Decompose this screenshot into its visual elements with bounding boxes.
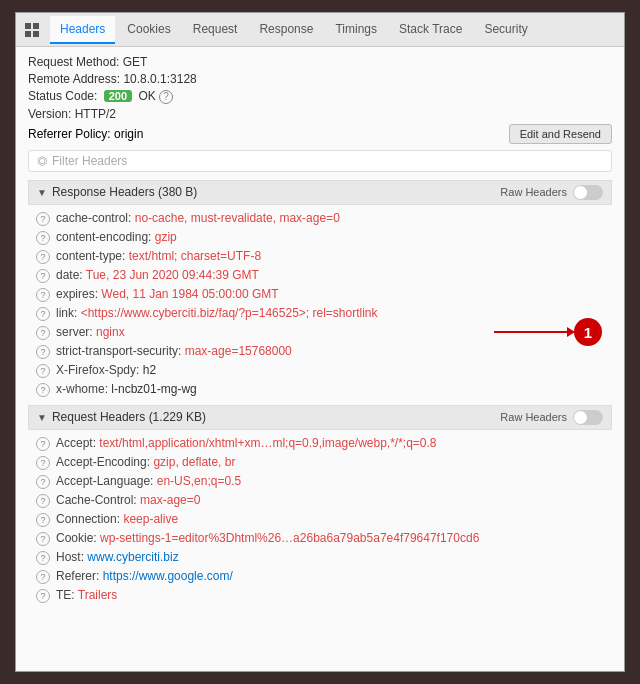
header-name: link: — [56, 306, 81, 320]
referrer-row: Referrer Policy: origin Edit and Resend — [28, 124, 612, 144]
section-header-left: ▼ Request Headers (1.229 KB) — [37, 410, 206, 424]
request-header-item: ?Host: www.cyberciti.biz — [28, 548, 612, 567]
tab-bar: Headers Cookies Request Response Timings… — [16, 13, 624, 47]
request-header-item: ?Connection: keep-alive — [28, 510, 612, 529]
header-value: h2 — [143, 363, 156, 377]
status-help-icon[interactable]: ? — [159, 90, 173, 104]
help-icon[interactable]: ? — [36, 570, 50, 584]
header-value: <https://www.cyberciti.biz/faq/?p=146525… — [81, 306, 378, 320]
status-text: OK — [138, 89, 155, 103]
filter-bar[interactable]: ⏣ Filter Headers — [28, 150, 612, 172]
raw-headers-toggle[interactable] — [573, 185, 603, 200]
request-method-label: Request Method: — [28, 55, 119, 69]
help-icon[interactable]: ? — [36, 345, 50, 359]
version-value: HTTP/2 — [75, 107, 116, 121]
header-name: Cache-Control: — [56, 493, 140, 507]
devtools-panel: Headers Cookies Request Response Timings… — [15, 12, 625, 672]
header-name: Cookie: — [56, 531, 100, 545]
response-header-item: ?date: Tue, 23 Jun 2020 09:44:39 GMT — [28, 266, 612, 285]
header-value: max-age=15768000 — [185, 344, 292, 358]
header-value: Wed, 11 Jan 1984 05:00:00 GMT — [101, 287, 278, 301]
header-value: nginx — [96, 325, 125, 339]
help-icon[interactable]: ? — [36, 269, 50, 283]
header-name: x-whome: — [56, 382, 111, 396]
help-icon[interactable]: ? — [36, 513, 50, 527]
help-icon[interactable]: ? — [36, 212, 50, 226]
header-value: Tue, 23 Jun 2020 09:44:39 GMT — [86, 268, 259, 282]
header-value: gzip — [155, 230, 177, 244]
remote-address-value: 10.8.0.1:3128 — [123, 72, 196, 86]
response-headers-section-header[interactable]: ▼ Response Headers (380 B) Raw Headers — [28, 180, 612, 205]
help-icon[interactable]: ? — [36, 288, 50, 302]
help-icon[interactable]: ? — [36, 551, 50, 565]
svg-rect-1 — [33, 23, 39, 29]
help-icon[interactable]: ? — [36, 364, 50, 378]
help-icon[interactable]: ? — [36, 326, 50, 340]
tab-timings[interactable]: Timings — [325, 16, 387, 44]
help-icon[interactable]: ? — [36, 475, 50, 489]
help-icon[interactable]: ? — [36, 456, 50, 470]
request-header-item: ?Accept: text/html,application/xhtml+xm…… — [28, 434, 612, 453]
help-icon[interactable]: ? — [36, 231, 50, 245]
remote-address-row: Remote Address: 10.8.0.1:3128 — [28, 72, 612, 86]
request-method-value: GET — [123, 55, 148, 69]
header-value: no-cache, must-revalidate, max-age=0 — [135, 211, 340, 225]
referrer-info: Referrer Policy: origin — [28, 127, 143, 141]
help-icon[interactable]: ? — [36, 307, 50, 321]
raw-headers-toggle[interactable] — [573, 410, 603, 425]
tab-stacktrace[interactable]: Stack Trace — [389, 16, 472, 44]
section-header-right: Raw Headers — [500, 410, 603, 425]
response-header-item: ?content-encoding: gzip — [28, 228, 612, 247]
edit-resend-button[interactable]: Edit and Resend — [509, 124, 612, 144]
response-header-item: ?strict-transport-security: max-age=1576… — [28, 342, 612, 361]
response-header-item: ?content-type: text/html; charset=UTF-8 — [28, 247, 612, 266]
filter-icon: ⏣ — [37, 154, 47, 168]
request-headers-title: Request Headers (1.229 KB) — [52, 410, 206, 424]
response-headers-list: ?cache-control: no-cache, must-revalidat… — [28, 209, 612, 399]
header-value: gzip, deflate, br — [153, 455, 235, 469]
raw-headers-label: Raw Headers — [500, 411, 567, 423]
referrer-value: origin — [114, 127, 143, 141]
header-name: Accept-Encoding: — [56, 455, 153, 469]
version-row: Version: HTTP/2 — [28, 107, 612, 121]
status-badge: 200 — [104, 90, 132, 102]
header-value: text/html; charset=UTF-8 — [129, 249, 261, 263]
header-name: strict-transport-security: — [56, 344, 185, 358]
help-icon[interactable]: ? — [36, 589, 50, 603]
tab-request[interactable]: Request — [183, 16, 248, 44]
header-name: content-type: — [56, 249, 129, 263]
header-name: expires: — [56, 287, 101, 301]
request-header-item: ?Referer: https://www.google.com/ — [28, 567, 612, 586]
annotation-arrow — [494, 331, 574, 333]
tab-response[interactable]: Response — [249, 16, 323, 44]
svg-rect-2 — [25, 31, 31, 37]
request-method-row: Request Method: GET — [28, 55, 612, 69]
header-value: en-US,en;q=0.5 — [157, 474, 241, 488]
header-name: X-Firefox-Spdy: — [56, 363, 143, 377]
tab-headers[interactable]: Headers — [50, 16, 115, 44]
header-value: Trailers — [78, 588, 118, 602]
remote-address-label: Remote Address: — [28, 72, 120, 86]
tab-security[interactable]: Security — [474, 16, 537, 44]
header-value: text/html,application/xhtml+xm…ml;q=0.9,… — [99, 436, 436, 450]
content-area: Request Method: GET Remote Address: 10.8… — [16, 47, 624, 671]
header-value: www.cyberciti.biz — [87, 550, 178, 564]
help-icon[interactable]: ? — [36, 250, 50, 264]
help-icon[interactable]: ? — [36, 437, 50, 451]
panel-icon — [20, 18, 44, 42]
tab-cookies[interactable]: Cookies — [117, 16, 180, 44]
request-header-item: ?Accept-Language: en-US,en;q=0.5 — [28, 472, 612, 491]
help-icon[interactable]: ? — [36, 494, 50, 508]
request-headers-section-header[interactable]: ▼ Request Headers (1.229 KB) Raw Headers — [28, 405, 612, 430]
header-name: Accept: — [56, 436, 99, 450]
version-label: Version: — [28, 107, 71, 121]
help-icon[interactable]: ? — [36, 532, 50, 546]
response-header-item: ?expires: Wed, 11 Jan 1984 05:00:00 GMT — [28, 285, 612, 304]
help-icon[interactable]: ? — [36, 383, 50, 397]
response-header-item: ?x-whome: l-ncbz01-mg-wg — [28, 380, 612, 399]
header-value: https://www.google.com/ — [103, 569, 233, 583]
response-header-item: ?link: <https://www.cyberciti.biz/faq/?p… — [28, 304, 612, 323]
response-header-item: ?server: nginx1 — [28, 323, 612, 342]
chevron-icon: ▼ — [37, 187, 47, 198]
request-header-item: ?Cache-Control: max-age=0 — [28, 491, 612, 510]
